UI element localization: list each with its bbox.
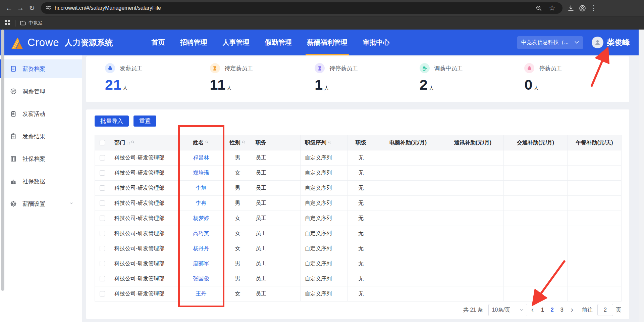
sidebar-item-发薪活动[interactable]: 发薪活动 [0, 104, 82, 123]
browser-menu-icon[interactable]: ⋮ [588, 2, 599, 14]
page-size-value: 10条/页 [492, 307, 510, 314]
cell-comm_subsidy [442, 256, 504, 271]
batch-import-button[interactable]: 批量导入 [95, 116, 129, 127]
employee-name-link[interactable]: 杨梦婷 [193, 215, 209, 221]
row-checkbox[interactable] [100, 231, 105, 236]
hourglass-icon [317, 65, 323, 71]
cell-computer_subsidy [374, 211, 442, 226]
download-icon[interactable] [565, 2, 577, 14]
nav-item-假勤管理[interactable]: 假勤管理 [257, 30, 300, 55]
site-settings-icon[interactable] [46, 5, 51, 12]
row-checkbox[interactable] [100, 216, 105, 221]
sidebar-item-发薪结果[interactable]: 发薪结果 [0, 127, 82, 146]
employee-name-link[interactable]: 郑培瑶 [193, 170, 209, 176]
cell-series: 自定义序列 [301, 150, 348, 166]
sidebar-item-社保档案[interactable]: 社保档案 [0, 149, 82, 168]
cell-gender: 女 [224, 241, 251, 256]
table-row: 科技公司-研发管理部高巧英女员工自定义序列无 [95, 226, 622, 241]
column-search-icon[interactable] [327, 140, 332, 146]
column-label: 职级序列 [305, 139, 326, 146]
employee-name-link[interactable]: 高巧英 [193, 230, 209, 236]
column-label: 午餐补助(元/天) [576, 139, 613, 146]
cell-position: 员工 [251, 256, 301, 271]
sidebar-item-社保数据[interactable]: 社保数据 [0, 172, 82, 191]
column-search-icon[interactable] [241, 140, 246, 146]
profile-icon[interactable] [577, 2, 588, 14]
company-selector[interactable]: 中竞发信息科技（... [517, 36, 583, 49]
cell-name: 李旭 [178, 181, 224, 196]
cell-department: 科技公司-研发管理部 [110, 211, 178, 226]
row-checkbox[interactable] [100, 200, 105, 206]
row-checkbox[interactable] [100, 291, 105, 296]
back-icon[interactable]: ← [3, 2, 15, 14]
goto-page-input[interactable] [597, 304, 613, 316]
coins-icon [422, 65, 427, 71]
employee-name-link[interactable]: 张国俊 [193, 276, 209, 281]
page-size-select[interactable]: 10条/页 [488, 304, 527, 316]
nav-item-人事管理[interactable]: 人事管理 [215, 30, 257, 55]
row-checkbox[interactable] [100, 261, 105, 266]
column-label: 职级 [356, 139, 366, 146]
employee-name-link[interactable]: 王丹 [196, 291, 207, 296]
cell-level: 无 [348, 241, 374, 256]
zoom-search-icon[interactable] [533, 2, 544, 14]
cell-transport_subsidy [504, 226, 568, 241]
nav-item-薪酬福利管理[interactable]: 薪酬福利管理 [300, 30, 355, 55]
forward-icon[interactable]: → [15, 2, 26, 14]
employee-name-link[interactable]: 程昌林 [193, 155, 209, 160]
employee-table: 部门↓↑姓名性别职务职级序列职级电脑补助(元/月)通讯补助(元/月)交通补助(元… [95, 135, 622, 302]
row-checkbox[interactable] [100, 170, 105, 176]
employee-name-link[interactable]: 唐郦军 [193, 261, 209, 266]
column-label: 通讯补助(元/月) [454, 139, 491, 146]
apps-grid-icon[interactable] [5, 19, 10, 27]
page-number-1[interactable]: 1 [538, 307, 547, 313]
column-label: 部门 [114, 139, 125, 146]
user-name[interactable]: 柴俊峰 [607, 37, 630, 48]
reset-button[interactable]: 重置 [133, 116, 156, 127]
page-scrollbar-thumb[interactable] [1, 30, 4, 291]
column-header-电脑补助(元/月): 电脑补助(元/月) [374, 135, 442, 150]
reload-icon[interactable]: ↻ [26, 2, 38, 14]
row-checkbox[interactable] [100, 185, 105, 191]
cell-computer_subsidy [374, 286, 442, 302]
sort-icon[interactable]: ↓↑ [127, 140, 130, 145]
employee-name-link[interactable]: 杨丹丹 [193, 245, 209, 251]
top-nav: 首页招聘管理人事管理假勤管理薪酬福利管理审批中心 [144, 30, 397, 55]
employee-name-link[interactable]: 李冉 [196, 200, 207, 206]
sidebar-item-薪资档案[interactable]: 薪资档案 [0, 59, 82, 78]
cell-lunch_subsidy [568, 241, 622, 256]
column-header-姓名: 姓名 [178, 135, 224, 150]
page-number-3[interactable]: 3 [557, 307, 567, 313]
url-text[interactable]: hr.croweit.cn/#/salaryManagement/salaryF… [55, 5, 533, 11]
cell-lunch_subsidy [568, 226, 622, 241]
sidebar-item-薪酬设置[interactable]: 薪酬设置 [0, 194, 82, 213]
stat-value: 11 [210, 77, 226, 93]
table-row: 科技公司-研发管理部郑培瑶女员工自定义序列无 [95, 166, 622, 181]
nav-item-招聘管理[interactable]: 招聘管理 [173, 30, 215, 55]
nav-item-审批中心[interactable]: 审批中心 [355, 30, 397, 55]
row-checkbox[interactable] [100, 155, 105, 160]
money-bag-icon [105, 63, 115, 73]
stat-card-调薪中员工: 调薪中员工2人 [420, 63, 525, 102]
next-page-icon[interactable]: › [567, 306, 577, 314]
page-scrollbar-track[interactable] [639, 30, 644, 322]
nav-item-首页[interactable]: 首页 [144, 30, 173, 55]
table-row: 科技公司-研发管理部杨梦婷女员工自定义序列无 [95, 211, 622, 226]
bookmark-star-icon[interactable]: ☆ [546, 2, 558, 14]
column-search-icon[interactable] [131, 140, 135, 146]
user-avatar[interactable] [592, 37, 603, 48]
page-number-2[interactable]: 2 [547, 307, 557, 313]
column-search-icon[interactable] [205, 140, 209, 146]
prev-page-icon[interactable]: ‹ [527, 306, 538, 314]
row-checkbox[interactable] [100, 276, 105, 281]
employee-name-link[interactable]: 李旭 [196, 185, 207, 191]
select-all-checkbox[interactable] [100, 140, 105, 145]
cell-transport_subsidy [504, 271, 568, 286]
address-bar[interactable]: hr.croweit.cn/#/salaryManagement/salaryF… [41, 2, 562, 14]
bookmark-folder[interactable]: 中竞发 [20, 20, 43, 26]
row-checkbox[interactable] [100, 246, 105, 251]
cell-gender: 男 [224, 271, 251, 286]
cell-lunch_subsidy [568, 196, 622, 211]
sidebar-item-调薪管理[interactable]: 调薪管理 [0, 82, 82, 101]
logo[interactable]: Crowe 人力资源系统 [9, 36, 113, 50]
